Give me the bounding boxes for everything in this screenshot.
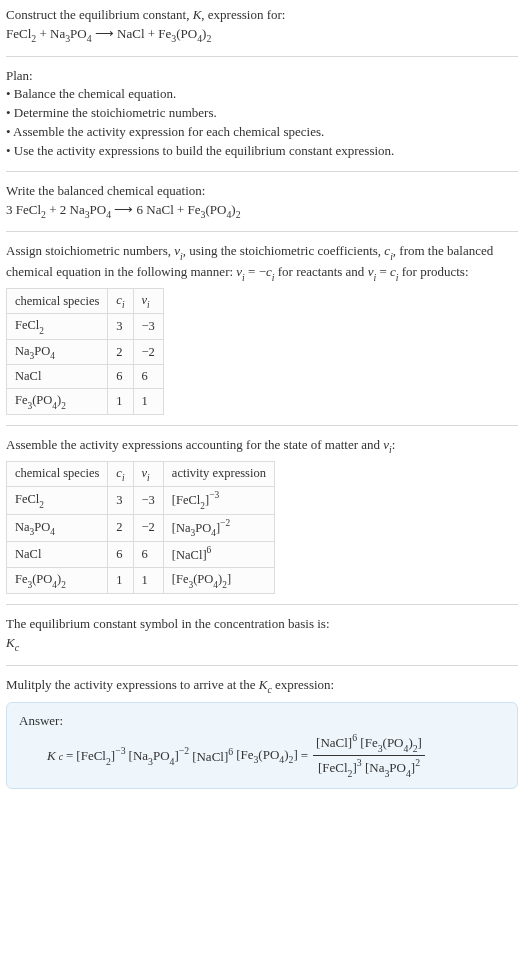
kc-symbol: Kc — [6, 634, 518, 655]
balanced-block: Write the balanced chemical equation: 3 … — [6, 182, 518, 222]
table-row: Na3PO4 2 −2 [Na3PO4]−2 — [7, 514, 275, 542]
table-row: Fe3(PO4)2 1 1 — [7, 389, 164, 415]
plan-bullet: • Balance the chemical equation. — [6, 85, 518, 104]
header-block: Construct the equilibrium constant, K, e… — [6, 6, 518, 46]
col-vi: νi — [133, 288, 163, 314]
multiply-intro: Mulitply the activity expressions to arr… — [6, 676, 518, 697]
stoich-intro: Assign stoichiometric numbers, νi, using… — [6, 242, 518, 283]
col-species: chemical species — [7, 288, 108, 314]
table-row: FeCl2 3 −3 [FeCl2]−3 — [7, 487, 275, 515]
prompt-text: Construct the equilibrium constant, — [6, 7, 193, 22]
answer-label: Answer: — [19, 713, 505, 729]
multiply-block: Mulitply the activity expressions to arr… — [6, 676, 518, 790]
table-row: Fe3(PO4)2 1 1 [Fe3(PO4)2] — [7, 568, 275, 594]
table-row: NaCl 6 6 — [7, 365, 164, 389]
unbalanced-equation: FeCl2 + Na3PO4 ⟶ NaCl + Fe3(PO4)2 — [6, 25, 518, 46]
denominator: [FeCl2]3 [Na3PO4]2 — [313, 756, 425, 778]
activity-intro: Assemble the activity expressions accoun… — [6, 436, 518, 457]
plan-bullet: • Assemble the activity expression for e… — [6, 123, 518, 142]
answer-equation: Kc = [FeCl2]−3 [Na3PO4]−2 [NaCl]6 [Fe3(P… — [19, 733, 505, 778]
header-line1: Construct the equilibrium constant, K, e… — [6, 6, 518, 25]
kc-intro: The equilibrium constant symbol in the c… — [6, 615, 518, 634]
fraction: [NaCl]6 [Fe3(PO4)2] [FeCl2]3 [Na3PO4]2 — [313, 733, 425, 778]
balanced-title: Write the balanced chemical equation: — [6, 182, 518, 201]
table-row: FeCl2 3 −3 — [7, 314, 164, 340]
divider — [6, 665, 518, 666]
plan-bullet: • Determine the stoichiometric numbers. — [6, 104, 518, 123]
divider — [6, 425, 518, 426]
plan-bullet: • Use the activity expressions to build … — [6, 142, 518, 161]
balanced-equation: 3 FeCl2 + 2 Na3PO4 ⟶ 6 NaCl + Fe3(PO4)2 — [6, 201, 518, 222]
numerator: [NaCl]6 [Fe3(PO4)2] — [313, 733, 425, 756]
table-row: Na3PO4 2 −2 — [7, 339, 164, 365]
stoich-block: Assign stoichiometric numbers, νi, using… — [6, 242, 518, 414]
col-ci: ci — [108, 288, 133, 314]
table-header-row: chemical species ci νi — [7, 288, 164, 314]
prompt-text2: , expression for: — [201, 7, 285, 22]
answer-box: Answer: Kc = [FeCl2]−3 [Na3PO4]−2 [NaCl]… — [6, 702, 518, 789]
divider — [6, 56, 518, 57]
activity-block: Assemble the activity expressions accoun… — [6, 436, 518, 594]
plan-title: Plan: — [6, 67, 518, 86]
table-header-row: chemical species ci νi activity expressi… — [7, 461, 275, 487]
kc-symbol-block: The equilibrium constant symbol in the c… — [6, 615, 518, 655]
activity-table: chemical species ci νi activity expressi… — [6, 461, 275, 594]
table-row: NaCl 6 6 [NaCl]6 — [7, 542, 275, 568]
stoich-table: chemical species ci νi FeCl2 3 −3 Na3PO4… — [6, 288, 164, 415]
divider — [6, 171, 518, 172]
divider — [6, 604, 518, 605]
plan-block: Plan: • Balance the chemical equation. •… — [6, 67, 518, 161]
divider — [6, 231, 518, 232]
